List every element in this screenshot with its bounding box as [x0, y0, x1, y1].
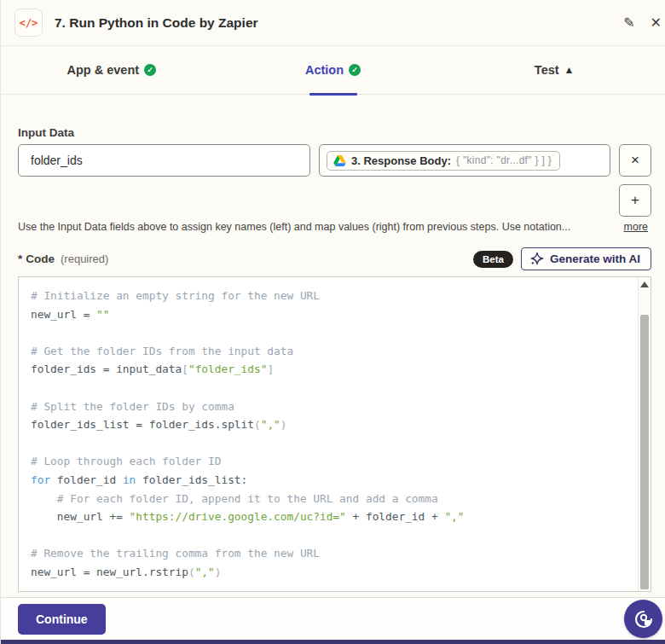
chatbot-fab-button[interactable] — [624, 600, 662, 638]
step-title: 7. Run Python in Code by Zapier — [55, 15, 623, 31]
code-editor-scrollbar[interactable] — [638, 277, 651, 591]
mapped-value-preview: { "kind": "dr...df" } ] } — [456, 154, 552, 166]
tab-test[interactable]: Test ▲ — [443, 46, 665, 94]
input-data-row: folder_ids 3. Response Body: { "kind": "… — [18, 144, 651, 177]
input-data-label: Input Data — [18, 126, 651, 139]
success-check-icon: ✓ — [349, 64, 361, 76]
mapped-value-pill[interactable]: 3. Response Body: { "kind": "dr...df" } … — [327, 151, 560, 171]
more-link[interactable]: more — [624, 221, 648, 233]
code-field-label: Code — [26, 252, 55, 265]
close-panel-icon[interactable]: ✕ — [651, 16, 662, 30]
input-key-value: folder_ids — [31, 154, 83, 167]
code-glyph: </> — [20, 17, 38, 29]
generate-with-ai-label: Generate with AI — [550, 252, 640, 265]
scroll-up-arrow-icon[interactable] — [640, 281, 649, 287]
continue-button[interactable]: Continue — [18, 604, 106, 635]
step-header: </> 7. Run Python in Code by Zapier ✎ ✕ — [1, 0, 665, 46]
required-asterisk: * — [18, 252, 22, 265]
add-row-button[interactable]: + — [619, 184, 651, 217]
header-actions: ✎ ✕ — [623, 16, 662, 30]
code-content[interactable]: # Initialize an empty string for the new… — [19, 277, 638, 591]
code-editor[interactable]: # Initialize an empty string for the new… — [18, 276, 651, 592]
tab-action-label: Action — [305, 63, 344, 77]
code-field-label-row: * Code (required) Beta Generate with AI — [18, 247, 651, 270]
step-tabs: App & event ✓ Action ✓ Test ▲ — [1, 46, 665, 95]
remove-row-button[interactable]: × — [619, 144, 651, 177]
action-setup-form: Input Data folder_ids 3. Response Body: … — [1, 126, 665, 592]
add-row-container: + — [18, 184, 651, 217]
tab-test-label: Test — [535, 63, 559, 77]
google-drive-icon — [333, 155, 346, 166]
plus-icon: + — [631, 192, 639, 209]
mapped-step-label: 3. Response Body: — [351, 154, 451, 167]
tab-app-and-event[interactable]: App & event ✓ — [1, 46, 223, 94]
tab-action[interactable]: Action ✓ — [223, 46, 444, 94]
required-note: (required) — [61, 252, 108, 265]
code-app-icon: </> — [14, 9, 43, 37]
close-icon: × — [631, 152, 639, 169]
bottom-accent-bar — [1, 640, 665, 644]
generate-with-ai-button[interactable]: Generate with AI — [521, 247, 651, 270]
warning-triangle-icon: ▲ — [564, 65, 575, 75]
beta-badge: Beta — [473, 251, 513, 268]
chatbot-icon — [633, 608, 655, 630]
footer-bar: Continue — [1, 597, 665, 640]
success-check-icon: ✓ — [144, 64, 156, 76]
tab-app-and-event-label: App & event — [67, 63, 140, 77]
input-data-help-row: Use the Input Data fields above to assig… — [18, 221, 651, 233]
zapier-step-editor-panel: </> 7. Run Python in Code by Zapier ✎ ✕ … — [0, 0, 665, 644]
input-key-field[interactable]: folder_ids — [18, 144, 310, 177]
scrollbar-thumb[interactable] — [640, 315, 649, 589]
ai-sparkle-icon — [530, 252, 544, 265]
input-data-help-text: Use the Input Data fields above to assig… — [18, 221, 624, 233]
input-value-field[interactable]: 3. Response Body: { "kind": "dr...df" } … — [319, 144, 610, 177]
edit-title-pencil-icon[interactable]: ✎ — [623, 16, 634, 30]
